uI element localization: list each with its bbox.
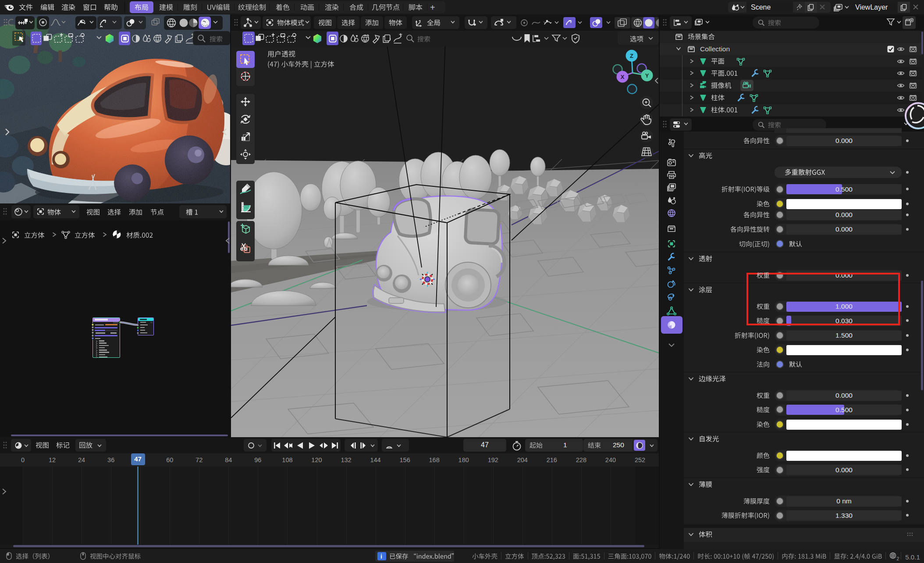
svg-text:Z: Z bbox=[630, 53, 633, 59]
svg-text:Y: Y bbox=[645, 72, 649, 79]
svg-text:X: X bbox=[621, 74, 625, 80]
